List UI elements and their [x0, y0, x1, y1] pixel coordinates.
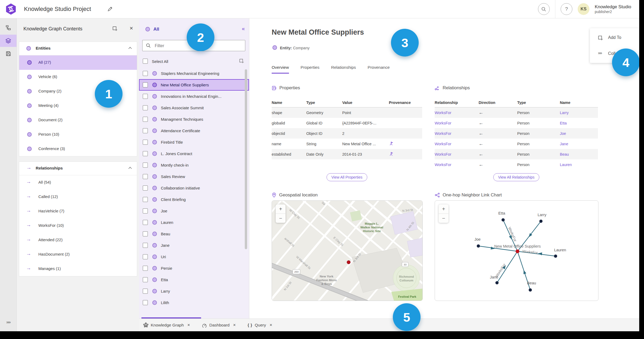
list-item[interactable]: Montly check-in — [139, 159, 249, 171]
view-all-relationships-button[interactable]: View All Relationships — [493, 173, 539, 181]
relationship-link[interactable]: WorksFor — [435, 131, 479, 136]
add-to-menu-item[interactable]: Add To — [590, 33, 639, 43]
list-item[interactable]: New Metal Office Suppliers — [139, 79, 249, 91]
entity-link[interactable]: Etta — [560, 121, 598, 125]
relationship-link[interactable]: WorksFor — [435, 142, 479, 146]
relationship-link[interactable]: WorksFor — [435, 163, 479, 167]
list-item[interactable]: Etta — [139, 274, 249, 285]
list-item[interactable]: Client Briefing — [139, 194, 249, 205]
node-etta[interactable] — [502, 218, 505, 221]
provenance-flag-icon[interactable] — [389, 152, 422, 157]
edit-title-icon[interactable] — [107, 6, 113, 12]
list-item[interactable]: Managment Techniques — [139, 114, 249, 125]
item-checkbox[interactable] — [143, 140, 148, 145]
search-button[interactable] — [538, 3, 550, 15]
tab-dashboard[interactable]: Dashboard ✕ — [202, 322, 236, 328]
add-layer-icon[interactable] — [112, 26, 118, 31]
knowledge-graph-contents-icon[interactable] — [0, 35, 17, 47]
node-beau[interactable] — [529, 288, 532, 292]
sidebar-item-relationship[interactable]: → HasDocument (2) — [19, 247, 137, 262]
link-chart-panel[interactable]: WorksFor WorksFor WorksFor Etta — [435, 200, 598, 301]
select-all-checkbox[interactable] — [143, 59, 148, 64]
close-tab-icon[interactable]: ✕ — [270, 323, 272, 327]
item-checkbox[interactable] — [143, 197, 148, 202]
relationship-link[interactable]: WorksFor — [435, 152, 479, 156]
item-checkbox[interactable] — [143, 300, 148, 305]
list-item[interactable]: Jane — [139, 240, 249, 251]
node-center[interactable] — [516, 249, 519, 253]
item-checkbox[interactable] — [143, 163, 148, 168]
view-all-properties-button[interactable]: View All Properties — [327, 173, 367, 181]
relationships-section-header[interactable]: → Relationships — [19, 162, 137, 175]
item-checkbox[interactable] — [143, 82, 148, 87]
sidebar-item-entity[interactable]: Person (10) — [19, 127, 137, 142]
list-scrollbar[interactable] — [245, 69, 247, 249]
list-item[interactable]: Sales Associate Summit — [139, 102, 249, 114]
item-checkbox[interactable] — [143, 277, 148, 282]
close-tab-icon[interactable]: ✕ — [233, 323, 236, 327]
user-avatar[interactable]: KS — [578, 3, 589, 15]
item-checkbox[interactable] — [143, 151, 148, 156]
sidebar-item-entity[interactable]: All (27) — [19, 55, 137, 70]
item-checkbox[interactable] — [143, 266, 148, 271]
list-item[interactable]: Beau — [139, 228, 249, 240]
list-item[interactable]: Joe — [139, 205, 249, 217]
item-checkbox[interactable] — [143, 231, 148, 236]
list-item[interactable]: Lilith — [139, 297, 249, 308]
sidebar-item-relationship[interactable]: → Called (12) — [19, 190, 137, 204]
relationship-link[interactable]: WorksFor — [435, 111, 479, 115]
item-checkbox[interactable] — [143, 289, 148, 294]
sidebar-item-relationship[interactable]: → Attended (22) — [19, 233, 137, 247]
relationship-link[interactable]: WorksFor — [435, 121, 479, 125]
zoom-out-button[interactable]: − — [276, 214, 286, 223]
help-button[interactable]: ? — [561, 3, 572, 15]
chevron-up-icon[interactable] — [128, 167, 132, 169]
entity-link[interactable]: Jane — [560, 142, 598, 146]
list-item[interactable]: Larry — [139, 285, 249, 297]
list-item[interactable]: Sales Review — [139, 171, 249, 182]
expand-rail-icon[interactable]: »» — [0, 320, 17, 325]
provenance-flag-icon[interactable] — [389, 141, 422, 147]
entities-section-header[interactable]: Entities — [19, 42, 137, 55]
node-larry[interactable] — [539, 220, 543, 223]
tab-provenance[interactable]: Provenance — [368, 65, 390, 74]
tab-relationships[interactable]: Relationships — [331, 65, 356, 74]
list-item[interactable]: Innovations in Mechanical Engin... — [139, 91, 249, 102]
list-item[interactable]: Persie — [139, 263, 249, 274]
item-checkbox[interactable] — [143, 220, 148, 225]
zoom-in-button[interactable]: + — [276, 204, 286, 213]
node-joe[interactable] — [477, 244, 480, 248]
node-jane[interactable] — [495, 281, 499, 284]
tab-knowledge-graph[interactable]: Knowledge Graph ✕ — [143, 322, 190, 328]
collapse-panel-icon[interactable]: « — [242, 26, 245, 32]
sidebar-item-entity[interactable]: Vehicle (6) — [19, 70, 137, 84]
sidebar-item-relationship[interactable]: → Manages (1) — [19, 262, 137, 276]
item-checkbox[interactable] — [143, 185, 148, 191]
sidebar-item-relationship[interactable]: → HasVehicle (7) — [19, 204, 137, 219]
item-checkbox[interactable] — [143, 71, 148, 76]
map-panel[interactable]: k Rd W Clay St Sa N 3rd St N 4th St E Cl… — [272, 200, 423, 301]
entity-link[interactable]: Joe — [560, 131, 598, 136]
list-item[interactable]: Firebird Title — [139, 136, 249, 148]
tab-properties[interactable]: Properties — [301, 65, 320, 74]
close-panel-icon[interactable]: ✕ — [129, 26, 133, 31]
list-item[interactable]: Uri — [139, 251, 249, 263]
item-checkbox[interactable] — [143, 94, 148, 99]
sidebar-item-entity[interactable]: Conference (3) — [19, 142, 137, 156]
zoom-out-button[interactable]: − — [439, 214, 449, 223]
close-tab-icon[interactable]: ✕ — [187, 323, 190, 327]
sidebar-item-relationship[interactable]: → All (54) — [19, 175, 137, 190]
list-item[interactable]: L. Jones Contract — [139, 148, 249, 159]
item-checkbox[interactable] — [143, 174, 148, 179]
tab-overview[interactable]: Overview — [272, 65, 289, 74]
sidebar-item-relationship[interactable]: → WorksFor (10) — [19, 219, 137, 233]
tab-query[interactable]: { } Query ✕ — [248, 323, 272, 328]
zoom-in-button[interactable]: + — [439, 204, 449, 213]
list-item[interactable]: Staplers Mechanical Engineering — [139, 68, 249, 79]
item-checkbox[interactable] — [143, 254, 148, 259]
list-item[interactable]: Lauren — [139, 217, 249, 228]
item-checkbox[interactable] — [143, 105, 148, 110]
item-checkbox[interactable] — [143, 117, 148, 122]
item-checkbox[interactable] — [143, 243, 148, 248]
item-checkbox[interactable] — [143, 208, 148, 213]
